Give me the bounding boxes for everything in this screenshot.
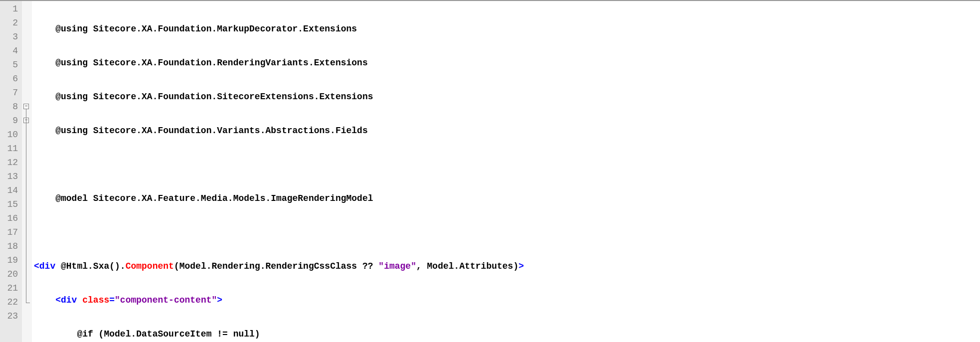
line-number: 14 bbox=[2, 183, 18, 197]
line-number: 19 bbox=[2, 253, 18, 267]
line-number: 15 bbox=[2, 197, 18, 211]
code-line[interactable]: <div @Html.Sxa().Component(Model.Renderi… bbox=[34, 259, 980, 273]
code-line[interactable]: @using Sitecore.XA.Foundation.MarkupDeco… bbox=[34, 22, 980, 36]
line-number: 10 bbox=[2, 128, 18, 142]
code-line[interactable] bbox=[34, 225, 980, 239]
line-number: 18 bbox=[2, 239, 18, 253]
line-number: 3 bbox=[2, 30, 18, 44]
tag-bracket: > bbox=[518, 261, 524, 271]
attr-name: class bbox=[82, 295, 109, 305]
line-number: 21 bbox=[2, 281, 18, 295]
line-number: 11 bbox=[2, 142, 18, 156]
code-editor[interactable]: 1 2 3 4 5 6 7 8 9 10 11 12 13 14 15 16 1… bbox=[0, 0, 980, 342]
line-number: 13 bbox=[2, 170, 18, 183]
code-line[interactable]: @using Sitecore.XA.Foundation.SitecoreEx… bbox=[34, 90, 980, 104]
line-number: 8 bbox=[2, 100, 18, 114]
string-literal: "component-content" bbox=[115, 295, 217, 305]
tag-bracket: < bbox=[34, 261, 39, 271]
line-number: 23 bbox=[2, 309, 18, 323]
line-number: 16 bbox=[2, 211, 18, 225]
code-text: , Model.Attributes) bbox=[416, 261, 518, 271]
code-text: (Model.Rendering.RenderingCssClass ?? bbox=[174, 261, 378, 271]
line-number-gutter: 1 2 3 4 5 6 7 8 9 10 11 12 13 14 15 16 1… bbox=[0, 1, 22, 342]
tag-name: div bbox=[39, 261, 55, 271]
string-literal: "image" bbox=[378, 261, 416, 271]
fold-toggle-icon[interactable]: − bbox=[23, 104, 29, 109]
fold-guide-line bbox=[26, 109, 26, 303]
code-area[interactable]: @using Sitecore.XA.Foundation.MarkupDeco… bbox=[32, 1, 980, 342]
code-line[interactable]: @using Sitecore.XA.Foundation.Variants.A… bbox=[34, 124, 980, 138]
line-number: 17 bbox=[2, 225, 18, 239]
code-line[interactable]: @model Sitecore.XA.Feature.Media.Models.… bbox=[34, 191, 980, 205]
tag-bracket: < bbox=[34, 295, 61, 305]
code-line[interactable]: @if (Model.DataSourceItem != null) bbox=[34, 327, 980, 341]
fold-guide-end bbox=[26, 303, 30, 303]
fold-gutter: − − bbox=[22, 1, 32, 342]
tag-bracket: > bbox=[217, 295, 222, 305]
code-line[interactable]: @using Sitecore.XA.Foundation.RenderingV… bbox=[34, 56, 980, 70]
code-line[interactable]: <div class="component-content"> bbox=[34, 293, 980, 307]
line-number: 6 bbox=[2, 72, 18, 86]
code-text: @Html.Sxa(). bbox=[55, 261, 125, 271]
tag-name: div bbox=[61, 295, 77, 305]
line-number: 5 bbox=[2, 58, 18, 72]
code-line[interactable] bbox=[34, 158, 980, 171]
line-number: 22 bbox=[2, 295, 18, 309]
line-number: 9 bbox=[2, 114, 18, 128]
line-number: 20 bbox=[2, 267, 18, 281]
line-number: 2 bbox=[2, 16, 18, 30]
line-number: 4 bbox=[2, 44, 18, 58]
line-number: 12 bbox=[2, 156, 18, 170]
line-number: 7 bbox=[2, 86, 18, 100]
method-name: Component bbox=[126, 261, 174, 271]
line-number: 1 bbox=[2, 2, 18, 16]
